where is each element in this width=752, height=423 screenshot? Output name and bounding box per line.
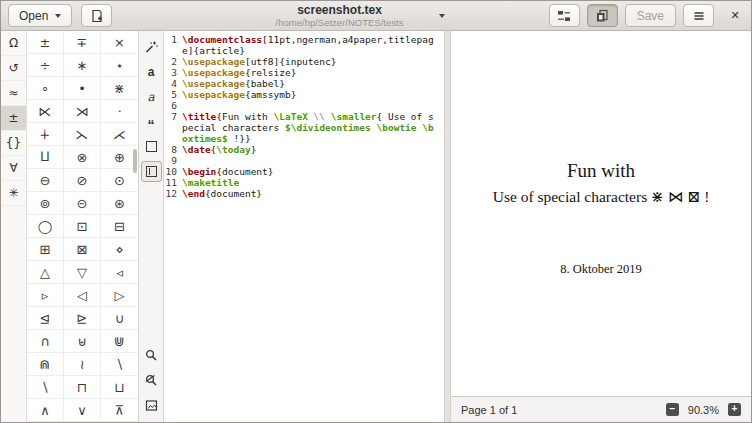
symbol-cell[interactable]: ⊼ xyxy=(101,399,138,421)
symbol-cell[interactable]: ∓ xyxy=(64,31,101,53)
symbol-cell[interactable]: △ xyxy=(27,261,64,283)
document-chooser[interactable]: screenshot.tex /home/hp/Setzer/NOTES/tes… xyxy=(252,3,445,28)
symbol-cell[interactable]: ⋉ xyxy=(27,100,64,122)
open-button[interactable]: Open xyxy=(8,4,72,27)
symbol-cell[interactable]: ⊡ xyxy=(64,215,101,237)
editor-toolbar: a a “ xyxy=(139,31,164,422)
symbol-cell[interactable]: ⨿ xyxy=(27,146,64,168)
zoom-in-button[interactable]: + xyxy=(728,403,741,416)
symbol-cell[interactable]: ◁ xyxy=(64,284,101,306)
symbol-cell[interactable]: ⊟ xyxy=(101,215,138,237)
code-editor[interactable]: 1\documentclass[11pt,ngerman,a4paper,tit… xyxy=(164,31,444,422)
symbol-cell[interactable]: ∗ xyxy=(64,54,101,76)
symbol-cell[interactable]: ÷ xyxy=(27,54,64,76)
symbol-cell[interactable]: ⊚ xyxy=(27,192,64,214)
symbol-cell[interactable]: ⋊ xyxy=(64,100,101,122)
frame-button[interactable] xyxy=(141,134,162,159)
document-structure-button[interactable] xyxy=(549,4,580,27)
code-text: \maketitle xyxy=(182,177,444,188)
symbols-tab-delimiters[interactable]: {} xyxy=(1,131,26,156)
window-close-button[interactable]: ✕ xyxy=(726,7,744,25)
line-number: 4 xyxy=(164,78,182,89)
symbol-cell[interactable]: ⊘ xyxy=(64,169,101,191)
symbol-cell[interactable]: ⊵ xyxy=(64,307,101,329)
symbol-cell[interactable]: ⊙ xyxy=(101,169,138,191)
pane-divider[interactable] xyxy=(444,31,451,422)
line-number: 1 xyxy=(164,34,182,56)
quotes-button[interactable]: “ xyxy=(141,109,162,134)
preview-toggle-button[interactable] xyxy=(587,4,618,27)
symbols-tab-arrows[interactable]: ↺ xyxy=(1,56,26,81)
search-replace-button[interactable] xyxy=(141,368,162,393)
line-number: 8 xyxy=(164,144,182,155)
symbol-cell[interactable]: ▷ xyxy=(101,284,138,306)
line-number: 12 xyxy=(164,188,182,199)
symbol-row: △▽◃ xyxy=(27,261,138,284)
symbol-cell[interactable]: ⊠ xyxy=(64,238,101,260)
symbol-cell[interactable]: ◃ xyxy=(101,261,138,283)
zoom-out-button[interactable]: − xyxy=(666,403,679,416)
symbols-tab-misc-symbols[interactable]: ✳ xyxy=(1,181,26,206)
document-title: screenshot.tex xyxy=(252,3,427,17)
symbol-cell[interactable]: ∨ xyxy=(64,399,101,421)
symbol-cell[interactable]: ⊖ xyxy=(27,169,64,191)
symbol-cell[interactable]: ◯ xyxy=(27,215,64,237)
symbols-tab-misc-math[interactable]: ∀ xyxy=(1,156,26,181)
symbol-cell[interactable]: ⋒ xyxy=(27,353,64,375)
symbol-cell[interactable]: ▽ xyxy=(64,261,101,283)
symbol-cell[interactable]: ∖ xyxy=(27,376,64,398)
symbol-cell[interactable]: ⊛ xyxy=(101,192,138,214)
symbol-cell[interactable]: ▹ xyxy=(27,284,64,306)
symbol-cell[interactable]: • xyxy=(64,77,101,99)
code-line: 10\begin{document} xyxy=(164,166,444,177)
symbol-cell[interactable]: ∖ xyxy=(101,353,138,375)
bold-button[interactable]: a xyxy=(141,59,162,84)
symbol-cell[interactable]: ⋋ xyxy=(64,123,101,145)
bold-icon: a xyxy=(148,65,155,79)
document-path: /home/hp/Setzer/NOTES/tests xyxy=(252,17,427,28)
symbol-cell[interactable]: ⊎ xyxy=(64,330,101,352)
open-button-label: Open xyxy=(19,9,48,23)
symbol-row: ⊖⊘⊙ xyxy=(27,169,138,192)
symbol-cell[interactable]: ∩ xyxy=(27,330,64,352)
symbols-tab-relations[interactable]: ≈ xyxy=(1,81,26,106)
symbol-cell[interactable]: ∧ xyxy=(27,399,64,421)
symbol-cell[interactable]: ⋇ xyxy=(101,77,138,99)
save-button[interactable]: Save xyxy=(625,4,676,27)
preview-pages-icon xyxy=(595,9,609,23)
box-icon xyxy=(146,141,157,152)
symbol-cell[interactable]: ⊞ xyxy=(27,238,64,260)
symbol-row: ∩⊎⋓ xyxy=(27,330,138,353)
symbol-cell[interactable]: ⋓ xyxy=(101,330,138,352)
wizard-button[interactable] xyxy=(141,34,162,59)
insert-image-button[interactable] xyxy=(141,393,162,418)
symbols-tab-greek-letters[interactable]: Ω xyxy=(1,31,26,56)
symbol-cell[interactable]: ± xyxy=(27,31,64,53)
symbol-cell[interactable]: × xyxy=(101,31,138,53)
symbol-cell[interactable]: ∘ xyxy=(27,77,64,99)
code-line: 12\end{document} xyxy=(164,188,444,199)
symbol-cell[interactable]: ⊗ xyxy=(64,146,101,168)
rendered-date: 8. Oktober 2019 xyxy=(451,262,751,277)
symbol-cell[interactable]: ∔ xyxy=(27,123,64,145)
symbol-cell[interactable]: ⋅ xyxy=(101,100,138,122)
symbol-cell[interactable]: ⋆ xyxy=(101,54,138,76)
symbol-cell[interactable]: ∪ xyxy=(101,307,138,329)
symbol-cell[interactable]: ⋌ xyxy=(101,123,138,145)
symbols-tab-operators[interactable]: ± xyxy=(1,106,26,131)
code-line: 6 xyxy=(164,100,444,111)
menu-button[interactable] xyxy=(683,4,714,27)
symbol-cell[interactable]: ⊓ xyxy=(64,376,101,398)
page-layout-button[interactable] xyxy=(141,161,162,182)
symbol-cell[interactable]: ⊔ xyxy=(101,376,138,398)
line-number: 10 xyxy=(164,166,182,177)
symbol-cell[interactable]: ⊝ xyxy=(64,192,101,214)
new-document-button[interactable] xyxy=(81,4,112,27)
search-button[interactable] xyxy=(141,343,162,368)
symbols-scrollbar[interactable] xyxy=(133,149,137,173)
symbol-cell[interactable]: ⋄ xyxy=(101,238,138,260)
symbol-cell[interactable]: ⊴ xyxy=(27,307,64,329)
symbol-cell[interactable]: ≀ xyxy=(64,353,101,375)
image-icon xyxy=(145,399,158,412)
italic-button[interactable]: a xyxy=(141,84,162,109)
